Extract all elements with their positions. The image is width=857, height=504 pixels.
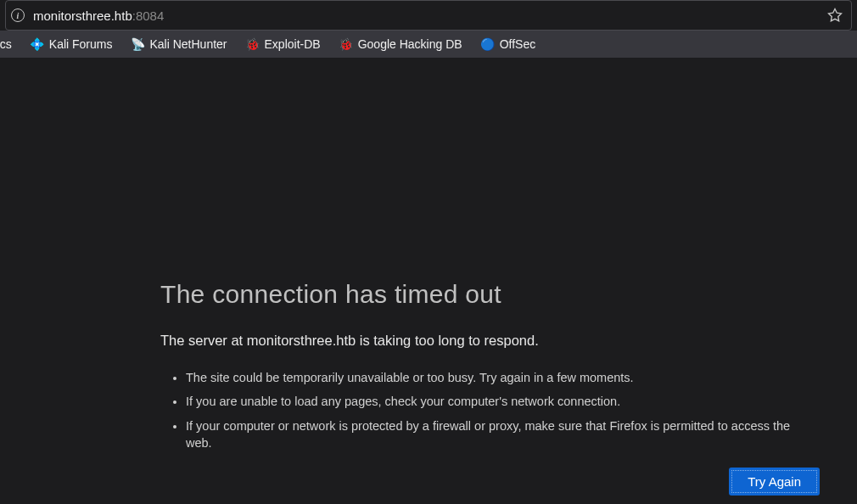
error-container: The connection has timed out The server … — [160, 280, 823, 458]
offsec-icon: 🔵 — [481, 37, 495, 51]
error-suggestion-item: If you are unable to load any pages, che… — [186, 393, 823, 410]
bookmark-kali-forums[interactable]: 💠 Kali Forums — [27, 34, 116, 54]
info-icon[interactable]: i — [11, 8, 25, 22]
error-suggestion-item: If your computer or network is protected… — [186, 417, 823, 452]
bookmark-google-hacking-db[interactable]: 🐞 Google Hacking DB — [336, 34, 466, 54]
exploit-db-icon: 🐞 — [246, 37, 260, 51]
error-subtitle: The server at monitorsthree.htb is takin… — [160, 333, 823, 349]
kali-forums-icon: 💠 — [31, 37, 44, 51]
bookmark-label: ocs — [0, 37, 12, 51]
google-hacking-db-icon: 🐞 — [339, 37, 353, 51]
bookmark-label: Kali Forums — [49, 37, 113, 51]
content-area: The connection has timed out The server … — [0, 58, 857, 504]
bookmark-offsec[interactable]: 🔵 OffSec — [478, 34, 540, 54]
bookmark-kali-nethunter[interactable]: 📡 Kali NetHunter — [127, 34, 230, 54]
address-bar[interactable]: i monitorsthree.htb:8084 — [5, 0, 852, 31]
bookmark-label: Google Hacking DB — [358, 37, 462, 51]
error-title: The connection has timed out — [160, 280, 823, 309]
svg-marker-0 — [829, 9, 842, 21]
url-port: :8084 — [132, 8, 165, 23]
try-again-button[interactable]: Try Again — [729, 468, 820, 496]
bookmark-docs[interactable]: ocs — [0, 34, 15, 54]
bookmarks-toolbar: ocs 💠 Kali Forums 📡 Kali NetHunter 🐞 Exp… — [0, 31, 857, 58]
error-suggestions-list: The site could be temporarily unavailabl… — [160, 369, 823, 451]
bookmark-label: Exploit-DB — [265, 37, 321, 51]
error-suggestion-item: The site could be temporarily unavailabl… — [186, 369, 823, 386]
bookmark-star-icon[interactable] — [827, 8, 843, 23]
kali-nethunter-icon: 📡 — [131, 37, 144, 51]
url-host: monitorsthree.htb — [33, 8, 132, 23]
bookmark-label: OffSec — [500, 37, 536, 51]
bookmark-label: Kali NetHunter — [149, 37, 227, 51]
bookmark-exploit-db[interactable]: 🐞 Exploit-DB — [243, 34, 324, 54]
